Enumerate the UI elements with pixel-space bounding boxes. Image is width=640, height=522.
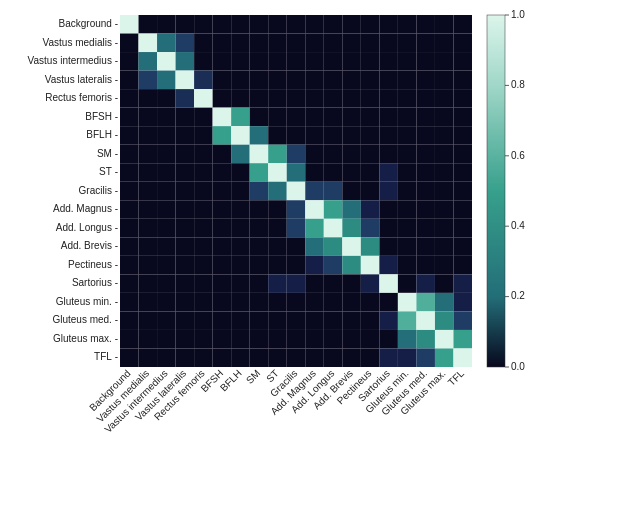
chart-container (0, 0, 640, 522)
heatmap-canvas (0, 0, 640, 522)
